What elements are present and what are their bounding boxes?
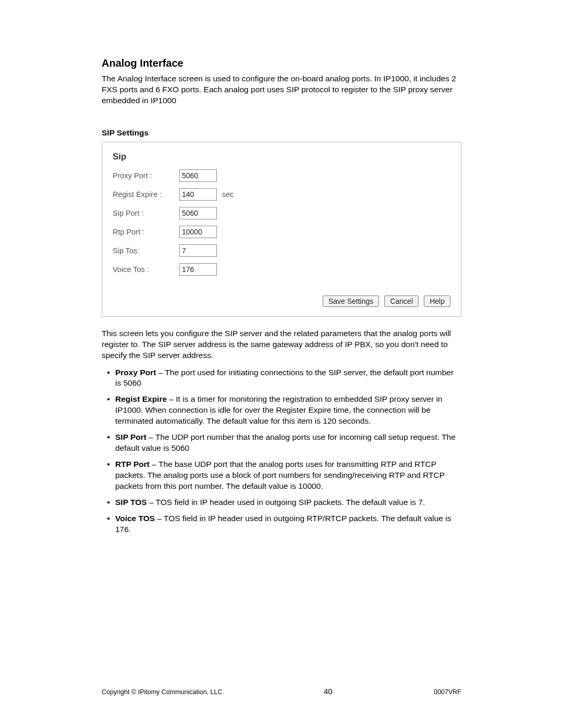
bullet-text: RTP Port – The base UDP port that the an… <box>115 459 461 492</box>
bullet-body: – TOS field in IP header used in outgoin… <box>115 514 451 534</box>
save-settings-button[interactable]: Save Settings <box>323 295 379 307</box>
bullet-text: Proxy Port – The port used for initiatin… <box>115 367 461 389</box>
input-proxy-port[interactable] <box>179 169 217 182</box>
input-regist-expire[interactable] <box>179 188 217 201</box>
bullet-term: SIP TOS <box>115 498 147 507</box>
bullet-icon: ▪ <box>102 394 115 427</box>
sip-settings-heading: SIP Settings <box>102 128 461 138</box>
row-regist-expire: Regist Expire : sec <box>113 188 450 201</box>
bullet-rtp-port: ▪ RTP Port – The base UDP port that the … <box>102 459 461 492</box>
bullet-body: – The base UDP port that the analog port… <box>115 460 445 490</box>
label-proxy-port: Proxy Port : <box>113 171 179 180</box>
row-voice-tos: Voice Tos : <box>113 263 450 276</box>
panel-title: Sip <box>113 152 450 162</box>
bullet-text: Regist Expire – It is a timer for monito… <box>115 394 461 427</box>
page-title: Analog Interface <box>102 57 461 69</box>
label-voice-tos: Voice Tos : <box>113 265 179 274</box>
row-sip-port: Sip Port : <box>113 207 450 219</box>
bullet-icon: ▪ <box>102 432 115 454</box>
bullet-body: – TOS field in IP header used in outgoin… <box>147 498 425 507</box>
bullet-term: Voice TOS <box>115 514 155 523</box>
description-paragraph: This screen lets you configure the SIP s… <box>102 328 461 361</box>
bullet-text: SIP Port – The UDP port number that the … <box>115 432 461 454</box>
bullet-icon: ▪ <box>102 513 115 535</box>
input-sip-tos[interactable] <box>179 244 217 257</box>
footer-doc-id: 0007VRF <box>434 688 461 696</box>
bullet-body: – The UDP port number that the analog po… <box>115 433 456 452</box>
bullet-voice-tos: ▪ Voice TOS – TOS field in IP header use… <box>102 513 461 535</box>
label-sip-port: Sip Port : <box>113 209 179 217</box>
cancel-button[interactable]: Cancel <box>384 295 419 307</box>
bullet-body: – The port used for initiating connectio… <box>115 368 454 388</box>
bullet-list: ▪ Proxy Port – The port used for initiat… <box>102 367 461 535</box>
footer-copyright: Copyright © IPitomy Communication, LLC <box>102 688 223 696</box>
intro-paragraph: The Analog Interface screen is used to c… <box>102 73 461 106</box>
help-button[interactable]: Help <box>424 295 450 307</box>
bullet-term: Proxy Port <box>115 368 156 377</box>
bullet-icon: ▪ <box>102 367 115 389</box>
bullet-text: Voice TOS – TOS field in IP header used … <box>115 513 461 535</box>
row-rtp-port: Rtp Port : <box>113 226 450 238</box>
label-rtp-port: Rtp Port : <box>113 228 179 236</box>
bullet-icon: ▪ <box>102 497 115 508</box>
bullet-term: Regist Expire <box>115 394 167 403</box>
label-sip-tos: Sip Tos: <box>113 246 179 255</box>
footer-page-number: 40 <box>324 687 333 696</box>
document-page: Analog Interface The Analog Interface sc… <box>0 0 563 728</box>
input-sip-port[interactable] <box>179 207 217 219</box>
bullet-regist-expire: ▪ Regist Expire – It is a timer for moni… <box>102 394 461 427</box>
input-voice-tos[interactable] <box>179 263 217 276</box>
bullet-sip-port: ▪ SIP Port – The UDP port number that th… <box>102 432 461 454</box>
row-proxy-port: Proxy Port : <box>113 169 450 182</box>
bullet-text: SIP TOS – TOS field in IP header used in… <box>115 497 461 508</box>
label-regist-expire: Regist Expire : <box>113 190 179 199</box>
row-sip-tos: Sip Tos: <box>113 244 450 257</box>
bullet-term: SIP Port <box>115 433 146 441</box>
unit-regist-expire: sec <box>222 190 234 199</box>
input-rtp-port[interactable] <box>179 226 217 238</box>
bullet-term: RTP Port <box>115 460 150 468</box>
bullet-sip-tos: ▪ SIP TOS – TOS field in IP header used … <box>102 497 461 508</box>
page-footer: Copyright © IPitomy Communication, LLC 4… <box>102 687 461 696</box>
sip-settings-panel: Sip Proxy Port : Regist Expire : sec Sip… <box>102 142 461 317</box>
bullet-proxy-port: ▪ Proxy Port – The port used for initiat… <box>102 367 461 389</box>
bullet-icon: ▪ <box>102 459 115 492</box>
button-row: Save Settings Cancel Help <box>113 295 450 307</box>
